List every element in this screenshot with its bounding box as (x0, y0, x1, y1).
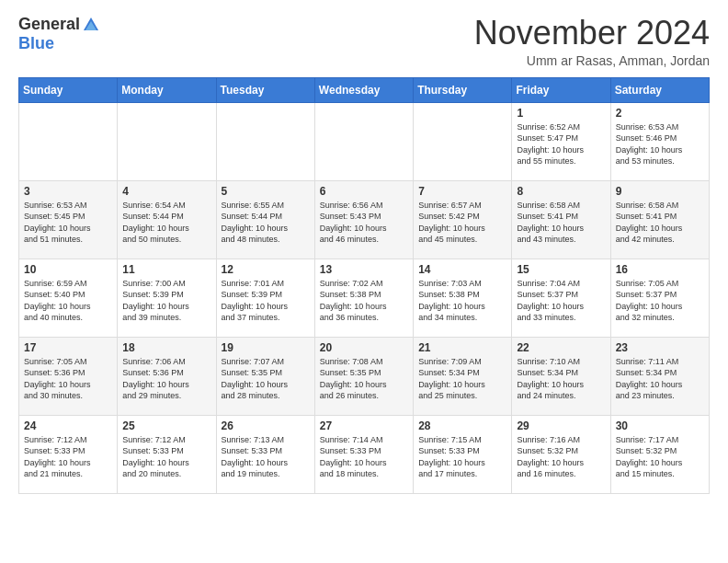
week-row-5: 24Sunrise: 7:12 AM Sunset: 5:33 PM Dayli… (19, 415, 710, 493)
calendar-cell: 20Sunrise: 7:08 AM Sunset: 5:35 PM Dayli… (314, 337, 413, 415)
day-number: 10 (24, 263, 112, 276)
calendar: SundayMondayTuesdayWednesdayThursdayFrid… (18, 77, 710, 494)
day-info: Sunrise: 7:12 AM Sunset: 5:33 PM Dayligh… (24, 434, 112, 480)
calendar-cell (216, 102, 314, 180)
day-info: Sunrise: 7:07 AM Sunset: 5:35 PM Dayligh… (222, 356, 310, 402)
day-number: 16 (616, 263, 704, 276)
week-row-1: 1Sunrise: 6:52 AM Sunset: 5:47 PM Daylig… (19, 102, 710, 180)
week-row-4: 17Sunrise: 7:05 AM Sunset: 5:36 PM Dayli… (19, 337, 710, 415)
day-info: Sunrise: 7:01 AM Sunset: 5:39 PM Dayligh… (222, 278, 310, 324)
calendar-cell: 26Sunrise: 7:13 AM Sunset: 5:33 PM Dayli… (216, 415, 314, 493)
day-info: Sunrise: 6:58 AM Sunset: 5:41 PM Dayligh… (517, 200, 605, 246)
day-number: 28 (418, 419, 506, 432)
day-info: Sunrise: 7:11 AM Sunset: 5:34 PM Dayligh… (616, 356, 704, 402)
day-info: Sunrise: 7:03 AM Sunset: 5:38 PM Dayligh… (418, 278, 506, 324)
day-info: Sunrise: 7:09 AM Sunset: 5:34 PM Dayligh… (418, 356, 506, 402)
day-number: 14 (418, 263, 506, 276)
weekday-header-sunday: Sunday (19, 77, 118, 102)
day-number: 17 (24, 341, 112, 354)
calendar-cell: 16Sunrise: 7:05 AM Sunset: 5:37 PM Dayli… (610, 259, 709, 337)
month-title: November 2024 (474, 15, 710, 52)
day-info: Sunrise: 6:56 AM Sunset: 5:43 PM Dayligh… (320, 200, 408, 246)
weekday-header-saturday: Saturday (610, 77, 709, 102)
day-info: Sunrise: 7:06 AM Sunset: 5:36 PM Dayligh… (122, 356, 210, 402)
calendar-cell (19, 102, 118, 180)
day-number: 30 (616, 419, 704, 432)
week-row-3: 10Sunrise: 6:59 AM Sunset: 5:40 PM Dayli… (19, 259, 710, 337)
calendar-cell: 2Sunrise: 6:53 AM Sunset: 5:46 PM Daylig… (610, 102, 709, 180)
day-info: Sunrise: 7:02 AM Sunset: 5:38 PM Dayligh… (320, 278, 408, 324)
day-number: 21 (418, 341, 506, 354)
calendar-cell: 25Sunrise: 7:12 AM Sunset: 5:33 PM Dayli… (118, 415, 216, 493)
day-number: 13 (320, 263, 408, 276)
weekday-row: SundayMondayTuesdayWednesdayThursdayFrid… (19, 77, 710, 102)
calendar-cell: 22Sunrise: 7:10 AM Sunset: 5:34 PM Dayli… (512, 337, 610, 415)
day-number: 27 (320, 419, 408, 432)
day-info: Sunrise: 6:53 AM Sunset: 5:46 PM Dayligh… (616, 121, 704, 167)
weekday-header-tuesday: Tuesday (216, 77, 314, 102)
day-number: 23 (616, 341, 704, 354)
day-number: 8 (517, 185, 605, 198)
calendar-cell: 6Sunrise: 6:56 AM Sunset: 5:43 PM Daylig… (314, 180, 413, 259)
day-number: 25 (122, 419, 210, 432)
day-info: Sunrise: 6:58 AM Sunset: 5:41 PM Dayligh… (616, 200, 704, 246)
day-info: Sunrise: 7:04 AM Sunset: 5:37 PM Dayligh… (517, 278, 605, 324)
day-number: 11 (122, 263, 210, 276)
title-section: November 2024 Umm ar Rasas, Amman, Jorda… (474, 15, 710, 68)
week-row-2: 3Sunrise: 6:53 AM Sunset: 5:45 PM Daylig… (19, 180, 710, 259)
weekday-header-thursday: Thursday (414, 77, 512, 102)
day-number: 26 (222, 419, 310, 432)
day-number: 7 (418, 185, 506, 198)
day-info: Sunrise: 6:52 AM Sunset: 5:47 PM Dayligh… (517, 121, 605, 167)
calendar-cell: 10Sunrise: 6:59 AM Sunset: 5:40 PM Dayli… (19, 259, 118, 337)
day-number: 20 (320, 341, 408, 354)
calendar-cell: 5Sunrise: 6:55 AM Sunset: 5:44 PM Daylig… (216, 180, 314, 259)
weekday-header-friday: Friday (512, 77, 610, 102)
day-info: Sunrise: 7:12 AM Sunset: 5:33 PM Dayligh… (122, 434, 210, 480)
calendar-cell: 17Sunrise: 7:05 AM Sunset: 5:36 PM Dayli… (19, 337, 118, 415)
day-number: 3 (24, 185, 112, 198)
day-info: Sunrise: 7:15 AM Sunset: 5:33 PM Dayligh… (418, 434, 506, 480)
calendar-cell: 1Sunrise: 6:52 AM Sunset: 5:47 PM Daylig… (512, 102, 610, 180)
day-info: Sunrise: 6:53 AM Sunset: 5:45 PM Dayligh… (24, 200, 112, 246)
calendar-cell: 7Sunrise: 6:57 AM Sunset: 5:42 PM Daylig… (414, 180, 512, 259)
calendar-cell: 14Sunrise: 7:03 AM Sunset: 5:38 PM Dayli… (414, 259, 512, 337)
calendar-cell (414, 102, 512, 180)
day-number: 24 (24, 419, 112, 432)
day-info: Sunrise: 7:13 AM Sunset: 5:33 PM Dayligh… (222, 434, 310, 480)
day-number: 12 (222, 263, 310, 276)
day-number: 1 (517, 107, 605, 120)
logo-blue-text: Blue (18, 34, 54, 52)
calendar-cell: 23Sunrise: 7:11 AM Sunset: 5:34 PM Dayli… (610, 337, 709, 415)
calendar-cell (314, 102, 413, 180)
day-number: 29 (517, 419, 605, 432)
calendar-cell: 21Sunrise: 7:09 AM Sunset: 5:34 PM Dayli… (414, 337, 512, 415)
calendar-cell: 8Sunrise: 6:58 AM Sunset: 5:41 PM Daylig… (512, 180, 610, 259)
weekday-header-wednesday: Wednesday (314, 77, 413, 102)
calendar-cell: 18Sunrise: 7:06 AM Sunset: 5:36 PM Dayli… (118, 337, 216, 415)
calendar-cell: 27Sunrise: 7:14 AM Sunset: 5:33 PM Dayli… (314, 415, 413, 493)
day-number: 18 (122, 341, 210, 354)
day-info: Sunrise: 6:59 AM Sunset: 5:40 PM Dayligh… (24, 278, 112, 324)
day-number: 6 (320, 185, 408, 198)
calendar-cell: 30Sunrise: 7:17 AM Sunset: 5:32 PM Dayli… (610, 415, 709, 493)
day-info: Sunrise: 7:08 AM Sunset: 5:35 PM Dayligh… (320, 356, 408, 402)
day-info: Sunrise: 7:17 AM Sunset: 5:32 PM Dayligh… (616, 434, 704, 480)
day-info: Sunrise: 7:05 AM Sunset: 5:37 PM Dayligh… (616, 278, 704, 324)
day-info: Sunrise: 6:57 AM Sunset: 5:42 PM Dayligh… (418, 200, 506, 246)
location: Umm ar Rasas, Amman, Jordan (474, 53, 710, 68)
day-number: 4 (122, 185, 210, 198)
calendar-cell: 9Sunrise: 6:58 AM Sunset: 5:41 PM Daylig… (610, 180, 709, 259)
calendar-cell: 24Sunrise: 7:12 AM Sunset: 5:33 PM Dayli… (19, 415, 118, 493)
logo-icon (82, 16, 100, 34)
calendar-cell: 13Sunrise: 7:02 AM Sunset: 5:38 PM Dayli… (314, 259, 413, 337)
header: General Blue November 2024 Umm ar Rasas,… (18, 15, 710, 68)
day-info: Sunrise: 7:05 AM Sunset: 5:36 PM Dayligh… (24, 356, 112, 402)
day-info: Sunrise: 7:14 AM Sunset: 5:33 PM Dayligh… (320, 434, 408, 480)
calendar-body: 1Sunrise: 6:52 AM Sunset: 5:47 PM Daylig… (19, 102, 710, 493)
day-number: 9 (616, 185, 704, 198)
weekday-header-monday: Monday (118, 77, 216, 102)
calendar-cell: 4Sunrise: 6:54 AM Sunset: 5:44 PM Daylig… (118, 180, 216, 259)
calendar-cell: 11Sunrise: 7:00 AM Sunset: 5:39 PM Dayli… (118, 259, 216, 337)
logo: General Blue (18, 15, 100, 53)
